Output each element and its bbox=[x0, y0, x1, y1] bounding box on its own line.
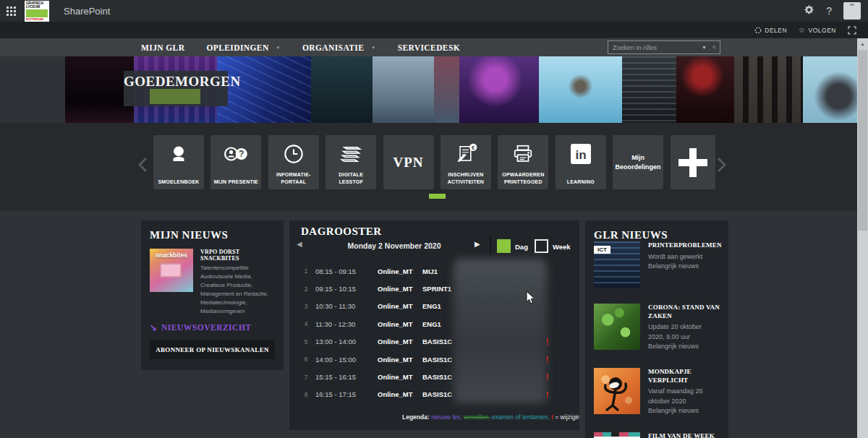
share-label: DELEN bbox=[765, 27, 787, 34]
quicklink-informatieportaal[interactable]: INFORMATIE-PORTAAL bbox=[268, 135, 319, 189]
svg-text:in: in bbox=[575, 148, 586, 162]
news-thumbnail-foliage bbox=[594, 304, 640, 350]
books-icon bbox=[326, 140, 376, 168]
face-icon bbox=[153, 140, 204, 168]
legend-warning-text: = wijziging bbox=[555, 413, 579, 421]
carousel-page-indicator[interactable] bbox=[429, 194, 446, 199]
mijn-nieuws-title: MIJN NIEUWS bbox=[150, 229, 275, 241]
news-item[interactable]: ICT PRINTERPROBLEMEN Wordt aan gewerkt B… bbox=[594, 241, 720, 288]
schedule-legend: Legenda: nieuwe les, vervallen, examen o… bbox=[402, 413, 579, 421]
sharepoint-title: SharePoint bbox=[64, 6, 110, 17]
legend-cancelled: vervallen, bbox=[464, 413, 490, 421]
hero-banner: GOEDEMORGEN bbox=[0, 56, 868, 123]
news-thumbnail-stick-figure bbox=[594, 368, 640, 414]
quicklink-digitale-lesstof[interactable]: DIGITALE LESSTOF bbox=[326, 135, 376, 189]
focus-mode-button[interactable] bbox=[848, 26, 856, 35]
user-avatar[interactable] bbox=[843, 2, 861, 20]
quicklinks-prev-icon[interactable] bbox=[138, 158, 147, 172]
sharepoint-intranet-page: GRAFISCH LYCEUM ROTTERDAM SharePoint ? D… bbox=[0, 0, 868, 438]
quicklink-linkedin-learning[interactable]: in LEARNING bbox=[556, 135, 606, 189]
scrollbar-thumb[interactable] bbox=[858, 50, 867, 231]
stick-figure-mask-icon bbox=[594, 368, 640, 414]
nav-item-organisatie[interactable]: ORGANISATIE▼ bbox=[302, 43, 376, 52]
signup-euro-icon: € bbox=[441, 140, 491, 168]
news-headline: MONDKAPJE VERPLICHT bbox=[648, 368, 720, 385]
greeting-user-name-redacted bbox=[150, 89, 200, 104]
glr-nieuws-title: GLR NIEUWS bbox=[594, 229, 720, 241]
news-headline: PRINTERPROBLEMEN bbox=[648, 241, 720, 250]
day-view-toggle[interactable] bbox=[497, 239, 511, 253]
hero-collage-tile bbox=[676, 56, 734, 123]
news-line: Update 20 oktober 2020, 9.00 uur bbox=[648, 322, 720, 342]
quicklink-opwaarderen-printtegoed[interactable]: OPWAARDEREN PRINTTEGOED bbox=[498, 135, 548, 189]
hero-collage-tile bbox=[622, 56, 676, 123]
greeting-box: GOEDEMORGEN bbox=[124, 71, 228, 106]
quicklink-smoelenboek[interactable]: SMOELENBOEK bbox=[153, 135, 204, 189]
hero-collage-tile bbox=[434, 56, 459, 123]
app-launcher-icon[interactable] bbox=[0, 0, 22, 22]
search-icon[interactable] bbox=[712, 43, 716, 51]
news-item[interactable]: MONDKAPJE VERPLICHT Vanaf maandag 26 okt… bbox=[594, 368, 720, 416]
legend-new-lesson: nieuwe les, bbox=[431, 413, 462, 421]
clock-icon bbox=[268, 140, 319, 168]
week-view-toggle[interactable] bbox=[535, 239, 548, 253]
news-line: Belangrijk nieuws bbox=[648, 406, 720, 416]
news-headline: CORONA: STAND VAN ZAKEN bbox=[648, 304, 720, 320]
main-navigation: MIJN GLR OPLEIDINGEN▼ ORGANISATIE▼ SERVI… bbox=[0, 38, 868, 56]
news-line: Wordt aan gewerkt bbox=[648, 252, 720, 262]
logo-line2: LYCEUM bbox=[26, 5, 48, 9]
news-line: Vanaf maandag 26 oktober 2020 bbox=[648, 387, 720, 406]
svg-text:€: € bbox=[472, 145, 475, 151]
news-body: Talentencompetitie Audiovisuele Media, C… bbox=[200, 264, 275, 316]
waffle-grid-icon bbox=[7, 7, 16, 16]
plus-icon bbox=[676, 145, 710, 180]
quicklinks-next-icon[interactable] bbox=[718, 158, 726, 172]
schedule-change-mark: ! bbox=[546, 372, 552, 382]
dagrooster-panel: DAGROOSTER ◀ Monday 2 November 2020 ▶ Da… bbox=[289, 220, 579, 430]
mijn-nieuws-panel: MIJN NIEUWS snackbites VRPO DORST SNACKB… bbox=[141, 220, 284, 370]
redacted-teacher-column bbox=[454, 259, 547, 403]
share-button[interactable]: DELEN bbox=[754, 27, 787, 34]
settings-gear-icon[interactable] bbox=[804, 4, 814, 18]
news-thumbnail: snackbites bbox=[150, 249, 193, 292]
schedule-change-mark: ! bbox=[546, 390, 552, 400]
logo-line3: ROTTERDAM bbox=[26, 18, 48, 21]
news-item[interactable]: snackbites VRPO DORST SNACKBITES Talente… bbox=[150, 249, 275, 316]
greeting-text: GOEDEMORGEN bbox=[124, 74, 228, 90]
news-headline: FILM VAN DE WEEK bbox=[648, 432, 720, 438]
hero-collage-tile bbox=[217, 56, 311, 123]
subscribe-newschannels-button[interactable]: ABONNEER OP NIEUWSKANALEN bbox=[150, 340, 275, 359]
quicklink-vpn[interactable]: VPN bbox=[383, 135, 434, 189]
follow-label: VOLGEN bbox=[809, 27, 836, 34]
search-scope-caret-icon[interactable]: ▼ bbox=[702, 45, 707, 50]
divider bbox=[490, 237, 491, 256]
follow-button[interactable]: ☆ VOLGEN bbox=[799, 26, 836, 34]
news-line: Belangrijk nieuws bbox=[648, 342, 720, 352]
vpn-text: VPN bbox=[393, 155, 424, 171]
quicklink-add-tile[interactable] bbox=[671, 135, 715, 189]
search-input[interactable] bbox=[608, 44, 702, 51]
nav-item-mijn-glr[interactable]: MIJN GLR bbox=[141, 43, 184, 52]
nav-item-servicedesk[interactable]: SERVICEDESK bbox=[398, 43, 460, 52]
schedule-change-mark: ! bbox=[546, 336, 552, 346]
help-icon[interactable]: ? bbox=[826, 5, 832, 17]
news-headline: VRPO DORST SNACKBITES bbox=[200, 249, 275, 262]
presence-icon: ? bbox=[210, 140, 261, 168]
hero-collage-tile bbox=[373, 56, 434, 123]
hero-collage-tile bbox=[311, 56, 373, 123]
nieuwsoverzicht-link[interactable]: ↘ NIEUWSOVERZICHT bbox=[150, 322, 275, 332]
vertical-scrollbar[interactable]: ▲ bbox=[857, 38, 868, 438]
previous-day-icon[interactable]: ◀ bbox=[297, 240, 302, 248]
next-day-icon[interactable]: ▶ bbox=[475, 240, 480, 248]
quicklink-inschrijven-activiteiten[interactable]: € INSCHRIJVEN ACTIVITEITEN bbox=[441, 135, 491, 189]
news-item[interactable]: FILM VAN DE FILM VAN DE WEEK bbox=[594, 432, 720, 438]
glr-nieuws-panel: GLR NIEUWS ICT PRINTERPROBLEMEN Wordt aa… bbox=[585, 220, 728, 438]
logo-green-block bbox=[26, 9, 48, 17]
quicklink-mijn-presentie[interactable]: ? MIJN PRESENTIE bbox=[210, 135, 261, 189]
nav-item-opleidingen[interactable]: OPLEIDINGEN▼ bbox=[206, 43, 281, 52]
linkedin-icon: in bbox=[556, 140, 606, 168]
scrollbar-up-arrow[interactable]: ▲ bbox=[857, 38, 868, 49]
quicklink-mijn-beoordelingen[interactable]: Mijn Beoordelingen bbox=[613, 135, 663, 189]
news-item[interactable]: CORONA: STAND VAN ZAKEN Update 20 oktobe… bbox=[594, 304, 720, 352]
glr-logo[interactable]: GRAFISCH LYCEUM ROTTERDAM bbox=[25, 1, 49, 22]
